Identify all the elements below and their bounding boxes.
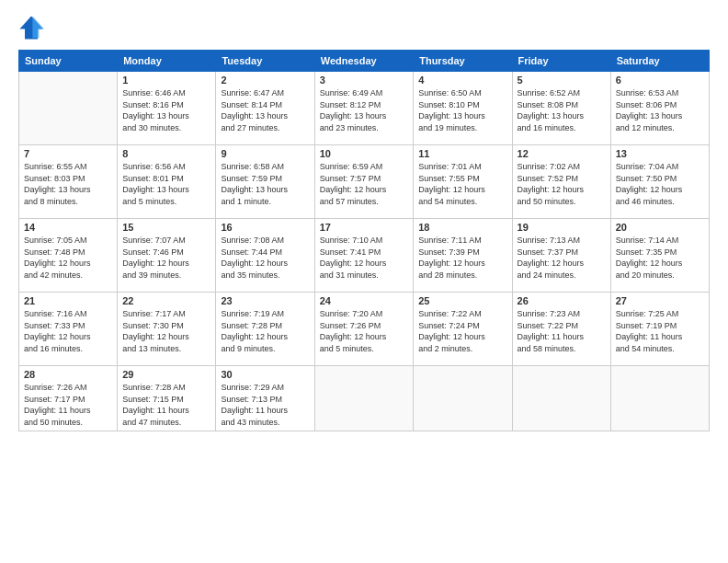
- calendar-cell: 9Sunrise: 6:58 AM Sunset: 7:59 PM Daylig…: [216, 145, 314, 219]
- day-number: 22: [122, 295, 210, 306]
- weekday-header-saturday: Saturday: [610, 51, 709, 72]
- weekday-header-friday: Friday: [512, 51, 610, 72]
- week-row-1: 1Sunrise: 6:46 AM Sunset: 8:16 PM Daylig…: [19, 72, 710, 145]
- day-info: Sunrise: 7:10 AM Sunset: 7:41 PM Dayligh…: [320, 235, 409, 281]
- calendar-cell: 4Sunrise: 6:50 AM Sunset: 8:10 PM Daylig…: [414, 72, 512, 145]
- day-info: Sunrise: 7:01 AM Sunset: 7:55 PM Dayligh…: [418, 161, 506, 207]
- calendar-cell: 14Sunrise: 7:05 AM Sunset: 7:48 PM Dayli…: [19, 219, 118, 293]
- logo-icon: [18, 15, 44, 40]
- day-info: Sunrise: 7:14 AM Sunset: 7:35 PM Dayligh…: [616, 235, 704, 281]
- day-number: 4: [418, 75, 506, 86]
- day-number: 24: [320, 295, 409, 306]
- day-number: 19: [518, 222, 606, 233]
- day-info: Sunrise: 7:22 AM Sunset: 7:24 PM Dayligh…: [418, 308, 506, 354]
- calendar-cell: 30Sunrise: 7:29 AM Sunset: 7:13 PM Dayli…: [216, 366, 314, 431]
- day-info: Sunrise: 6:47 AM Sunset: 8:14 PM Dayligh…: [221, 87, 309, 133]
- calendar-cell: 10Sunrise: 6:59 AM Sunset: 7:57 PM Dayli…: [314, 145, 414, 219]
- day-info: Sunrise: 6:49 AM Sunset: 8:12 PM Dayligh…: [320, 87, 409, 133]
- calendar-cell: [414, 366, 512, 431]
- calendar-cell: 15Sunrise: 7:07 AM Sunset: 7:46 PM Dayli…: [118, 219, 216, 293]
- weekday-header-tuesday: Tuesday: [216, 51, 314, 72]
- logo: [18, 15, 48, 40]
- calendar-cell: [610, 366, 709, 431]
- calendar-cell: 21Sunrise: 7:16 AM Sunset: 7:33 PM Dayli…: [19, 293, 118, 366]
- day-info: Sunrise: 7:19 AM Sunset: 7:28 PM Dayligh…: [221, 308, 309, 354]
- day-number: 26: [518, 295, 606, 306]
- day-number: 11: [418, 148, 506, 159]
- day-number: 18: [418, 222, 506, 233]
- calendar-cell: 27Sunrise: 7:25 AM Sunset: 7:19 PM Dayli…: [610, 293, 709, 366]
- weekday-header-row: SundayMondayTuesdayWednesdayThursdayFrid…: [19, 51, 710, 72]
- day-number: 21: [24, 295, 112, 306]
- weekday-header-monday: Monday: [118, 51, 216, 72]
- calendar: SundayMondayTuesdayWednesdayThursdayFrid…: [18, 50, 710, 431]
- day-info: Sunrise: 7:29 AM Sunset: 7:13 PM Dayligh…: [221, 382, 309, 428]
- weekday-header-wednesday: Wednesday: [314, 51, 414, 72]
- day-info: Sunrise: 7:08 AM Sunset: 7:44 PM Dayligh…: [221, 235, 309, 281]
- calendar-cell: 29Sunrise: 7:28 AM Sunset: 7:15 PM Dayli…: [118, 366, 216, 431]
- calendar-cell: 11Sunrise: 7:01 AM Sunset: 7:55 PM Dayli…: [414, 145, 512, 219]
- calendar-cell: [19, 72, 118, 145]
- day-info: Sunrise: 6:53 AM Sunset: 8:06 PM Dayligh…: [616, 87, 704, 133]
- calendar-cell: [314, 366, 414, 431]
- calendar-cell: 20Sunrise: 7:14 AM Sunset: 7:35 PM Dayli…: [610, 219, 709, 293]
- day-number: 30: [221, 369, 309, 380]
- calendar-cell: 1Sunrise: 6:46 AM Sunset: 8:16 PM Daylig…: [118, 72, 216, 145]
- day-number: 14: [24, 222, 112, 233]
- header: [18, 15, 710, 40]
- day-number: 16: [221, 222, 309, 233]
- day-info: Sunrise: 7:05 AM Sunset: 7:48 PM Dayligh…: [24, 235, 112, 281]
- calendar-cell: 8Sunrise: 6:56 AM Sunset: 8:01 PM Daylig…: [118, 145, 216, 219]
- day-number: 2: [221, 75, 309, 86]
- day-number: 12: [518, 148, 606, 159]
- day-number: 23: [221, 295, 309, 306]
- day-number: 25: [418, 295, 506, 306]
- day-info: Sunrise: 7:11 AM Sunset: 7:39 PM Dayligh…: [418, 235, 506, 281]
- weekday-header-sunday: Sunday: [19, 51, 118, 72]
- week-row-4: 21Sunrise: 7:16 AM Sunset: 7:33 PM Dayli…: [19, 293, 710, 366]
- day-number: 20: [616, 222, 704, 233]
- calendar-cell: 19Sunrise: 7:13 AM Sunset: 7:37 PM Dayli…: [512, 219, 610, 293]
- calendar-cell: 12Sunrise: 7:02 AM Sunset: 7:52 PM Dayli…: [512, 145, 610, 219]
- day-number: 28: [24, 369, 112, 380]
- calendar-cell: 16Sunrise: 7:08 AM Sunset: 7:44 PM Dayli…: [216, 219, 314, 293]
- calendar-cell: 7Sunrise: 6:55 AM Sunset: 8:03 PM Daylig…: [19, 145, 118, 219]
- day-info: Sunrise: 6:52 AM Sunset: 8:08 PM Dayligh…: [518, 87, 606, 133]
- day-info: Sunrise: 7:23 AM Sunset: 7:22 PM Dayligh…: [518, 308, 606, 354]
- calendar-cell: 25Sunrise: 7:22 AM Sunset: 7:24 PM Dayli…: [414, 293, 512, 366]
- day-info: Sunrise: 6:46 AM Sunset: 8:16 PM Dayligh…: [122, 87, 210, 133]
- day-info: Sunrise: 6:55 AM Sunset: 8:03 PM Dayligh…: [24, 161, 112, 207]
- calendar-cell: 17Sunrise: 7:10 AM Sunset: 7:41 PM Dayli…: [314, 219, 414, 293]
- calendar-cell: 3Sunrise: 6:49 AM Sunset: 8:12 PM Daylig…: [314, 72, 414, 145]
- day-number: 9: [221, 148, 309, 159]
- calendar-cell: 23Sunrise: 7:19 AM Sunset: 7:28 PM Dayli…: [216, 293, 314, 366]
- calendar-cell: 5Sunrise: 6:52 AM Sunset: 8:08 PM Daylig…: [512, 72, 610, 145]
- day-number: 6: [616, 75, 704, 86]
- day-info: Sunrise: 7:02 AM Sunset: 7:52 PM Dayligh…: [518, 161, 606, 207]
- day-info: Sunrise: 7:04 AM Sunset: 7:50 PM Dayligh…: [616, 161, 704, 207]
- day-number: 15: [122, 222, 210, 233]
- day-info: Sunrise: 6:50 AM Sunset: 8:10 PM Dayligh…: [418, 87, 506, 133]
- day-info: Sunrise: 7:13 AM Sunset: 7:37 PM Dayligh…: [518, 235, 606, 281]
- day-info: Sunrise: 6:56 AM Sunset: 8:01 PM Dayligh…: [122, 161, 210, 207]
- week-row-3: 14Sunrise: 7:05 AM Sunset: 7:48 PM Dayli…: [19, 219, 710, 293]
- day-number: 10: [320, 148, 409, 159]
- day-info: Sunrise: 7:26 AM Sunset: 7:17 PM Dayligh…: [24, 382, 112, 428]
- day-info: Sunrise: 6:58 AM Sunset: 7:59 PM Dayligh…: [221, 161, 309, 207]
- week-row-5: 28Sunrise: 7:26 AM Sunset: 7:17 PM Dayli…: [19, 366, 710, 431]
- calendar-cell: [512, 366, 610, 431]
- calendar-cell: 18Sunrise: 7:11 AM Sunset: 7:39 PM Dayli…: [414, 219, 512, 293]
- calendar-cell: 28Sunrise: 7:26 AM Sunset: 7:17 PM Dayli…: [19, 366, 118, 431]
- day-number: 29: [122, 369, 210, 380]
- calendar-cell: 22Sunrise: 7:17 AM Sunset: 7:30 PM Dayli…: [118, 293, 216, 366]
- calendar-cell: 26Sunrise: 7:23 AM Sunset: 7:22 PM Dayli…: [512, 293, 610, 366]
- day-number: 13: [616, 148, 704, 159]
- day-info: Sunrise: 7:25 AM Sunset: 7:19 PM Dayligh…: [616, 308, 704, 354]
- calendar-cell: 13Sunrise: 7:04 AM Sunset: 7:50 PM Dayli…: [610, 145, 709, 219]
- day-number: 8: [122, 148, 210, 159]
- day-number: 1: [122, 75, 210, 86]
- day-number: 27: [616, 295, 704, 306]
- day-info: Sunrise: 7:16 AM Sunset: 7:33 PM Dayligh…: [24, 308, 112, 354]
- weekday-header-thursday: Thursday: [414, 51, 512, 72]
- week-row-2: 7Sunrise: 6:55 AM Sunset: 8:03 PM Daylig…: [19, 145, 710, 219]
